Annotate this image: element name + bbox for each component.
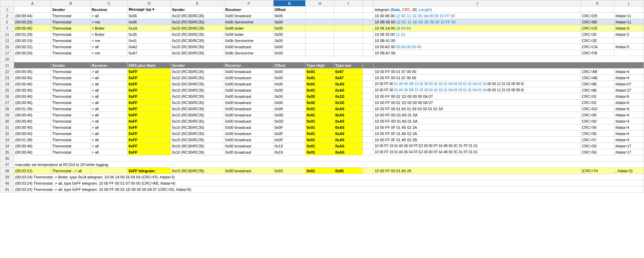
cell-A24[interactable]: (00:00:46) bbox=[14, 81, 51, 87]
cell-J25[interactable]: 10 00 FF 00 01 A5 00 DB 23 26 28 00 26 1… bbox=[374, 87, 581, 93]
cell-A31[interactable]: (00:00:40) bbox=[14, 124, 51, 131]
cell-D7[interactable]: 0x1A bbox=[127, 25, 171, 31]
cell-H1[interactable] bbox=[305, 7, 334, 13]
cell-C23[interactable]: > all bbox=[90, 75, 127, 81]
cell-C29[interactable]: > all bbox=[90, 112, 127, 118]
cell-J30[interactable]: 10 00 FF 0D 01 A5 01 5A bbox=[374, 118, 581, 124]
cell-B33[interactable]: Thermostat bbox=[51, 137, 91, 143]
cell-I33[interactable]: 0xA5 bbox=[334, 137, 362, 143]
cell-J26[interactable]: 10 00 FF 00 02 1D 00 00 00 0A 07 bbox=[374, 93, 581, 100]
cell-I12[interactable] bbox=[334, 38, 362, 44]
cell-G11[interactable]: 0x00 bbox=[273, 31, 305, 38]
cell-A1[interactable] bbox=[14, 7, 51, 13]
cell-D34[interactable]: 0xFF bbox=[127, 143, 171, 149]
cell-C7[interactable]: > Boiler bbox=[90, 25, 127, 31]
cell-H30[interactable]: 0x01 bbox=[305, 118, 334, 124]
cell-L35[interactable]: #data=17 bbox=[614, 149, 644, 155]
cell-L38[interactable]: , #data=3) bbox=[614, 168, 644, 174]
cell-E17[interactable]: 0x10 (RC30/RC35) bbox=[171, 50, 224, 56]
cell-E33[interactable]: 0x10 (RC30/RC35) bbox=[171, 137, 224, 143]
cell-J31[interactable]: 10 00 FF 0F 01 A5 02 2A bbox=[374, 124, 581, 131]
cell-F2[interactable]: 0x00 broadcast bbox=[224, 13, 273, 19]
cell-G34[interactable]: 0x19 bbox=[273, 143, 305, 149]
cell-A38[interactable]: (00:03:22) bbox=[14, 168, 51, 174]
cell-F33[interactable]: 0x00 broadcast bbox=[224, 137, 273, 143]
cell-A17[interactable]: (00:00:20) bbox=[14, 50, 51, 56]
cell-G32[interactable]: 0x0F bbox=[273, 131, 305, 137]
cell-G26[interactable]: 0x00 bbox=[273, 93, 305, 100]
cell-I5[interactable] bbox=[334, 19, 362, 25]
cell-G29[interactable]: 0x0D bbox=[273, 112, 305, 118]
cell-G15[interactable]: 0x00 bbox=[273, 44, 305, 50]
cell-G5[interactable]: 0x00 bbox=[273, 19, 305, 25]
cell-J12[interactable]: 10 0B 41 00 bbox=[374, 38, 581, 44]
cell-D22[interactable]: 0xFF bbox=[127, 69, 171, 75]
cell-F12[interactable]: 0x0b Service/me bbox=[224, 38, 273, 44]
col-G[interactable]: G bbox=[273, 0, 305, 7]
cell-F22[interactable]: 0x00 broadcast bbox=[224, 69, 273, 75]
cell-B1[interactable]: Sender bbox=[51, 7, 91, 13]
cell-K33[interactable]: CRC=57 bbox=[581, 137, 614, 143]
cell-F17[interactable]: 0x0b Service/me bbox=[224, 50, 273, 56]
cell-L33[interactable]: #data=4 bbox=[614, 137, 644, 143]
cell-I32[interactable]: 0xA5 bbox=[334, 131, 362, 137]
cell-F32[interactable]: 0x00 broadcast bbox=[224, 131, 273, 137]
cell-B5[interactable]: Thermostat bbox=[51, 19, 91, 25]
col-K[interactable]: K bbox=[581, 0, 614, 7]
cell-J7[interactable]: 10 08 1A 00 28 64 64 bbox=[374, 25, 581, 31]
cell-K25[interactable]: CRC=8E bbox=[581, 87, 614, 93]
cell-D27[interactable]: 0xFF bbox=[127, 100, 171, 106]
cell-G31[interactable]: 0x0F bbox=[273, 124, 305, 131]
cell-C12[interactable]: > me bbox=[90, 38, 127, 44]
cell-H35[interactable]: 0x01 bbox=[305, 149, 334, 155]
cell-K38[interactable]: (CRC=74 bbox=[581, 168, 614, 174]
cell-K1[interactable] bbox=[581, 7, 614, 13]
cell-A23[interactable]: (00:00:45) bbox=[14, 75, 51, 81]
cell-A12[interactable]: (00:00:19) bbox=[14, 38, 51, 44]
cell-H24[interactable]: 0x01 bbox=[305, 81, 334, 87]
cell-C35[interactable]: > all bbox=[90, 149, 127, 155]
col-B[interactable]: B bbox=[51, 0, 91, 7]
cell-L23[interactable]: #data=4 bbox=[614, 75, 644, 81]
cell-B12[interactable]: Thermostat bbox=[51, 38, 91, 44]
cell-B24[interactable]: Thermostat bbox=[51, 81, 91, 87]
cell-B35[interactable]: Thermostat bbox=[51, 149, 91, 155]
col-F[interactable]: F bbox=[224, 0, 273, 7]
cell-C34[interactable]: > all bbox=[90, 143, 127, 149]
cell-F23[interactable]: 0x00 broadcast bbox=[224, 75, 273, 81]
cell-J22[interactable]: 10 00 FF 00 01 67 00 00 bbox=[374, 69, 581, 75]
cell-E31[interactable]: 0x10 (RC30/RC35) bbox=[171, 124, 224, 131]
cell-J15[interactable]: 10 00 A2 00 00 00 00 00 00 bbox=[374, 44, 581, 50]
cell-I2[interactable] bbox=[334, 13, 362, 19]
cell-C15[interactable]: > all bbox=[90, 44, 127, 50]
col-L[interactable]: L bbox=[614, 0, 644, 7]
cell-F5[interactable]: 0x0b Service/me bbox=[224, 19, 273, 25]
col-J[interactable]: J bbox=[374, 0, 581, 7]
cell-G1[interactable]: Offset bbox=[273, 7, 305, 13]
cell-A26[interactable]: (00:00:46) bbox=[14, 93, 51, 100]
cell-F38[interactable]: 0x00 broadcast bbox=[224, 168, 273, 174]
cell-C24[interactable]: > all bbox=[90, 81, 127, 87]
cell-G23[interactable]: 0x00 bbox=[273, 75, 305, 81]
cell-D33[interactable]: 0xFF bbox=[127, 137, 171, 143]
cell-E5[interactable]: 0x10 (RC30/RC35) bbox=[171, 19, 224, 25]
cell-L7[interactable]: #data=3 bbox=[614, 25, 644, 31]
cell-G28[interactable]: 0x08 bbox=[273, 106, 305, 112]
cell-L2[interactable]: #data=11 bbox=[614, 13, 644, 19]
cell-F7[interactable]: 0x08 boiler bbox=[224, 25, 273, 31]
cell-E12[interactable]: 0x10 (RC30/RC35) bbox=[171, 38, 224, 44]
cell-A30[interactable]: (00:00:40) bbox=[14, 118, 51, 124]
cell-C22[interactable]: > all bbox=[90, 69, 127, 75]
cell-A5[interactable]: (00:00:20) bbox=[14, 19, 51, 25]
cell-L30[interactable]: #data=4 bbox=[614, 118, 644, 124]
cell-J33[interactable]: 10 00 FF 0F 01 A5 02 2B bbox=[374, 137, 581, 143]
col-H[interactable]: H bbox=[305, 0, 334, 7]
cell-H7[interactable] bbox=[305, 25, 334, 31]
cell-J11[interactable]: 10 08 35 00 11 01 bbox=[374, 31, 581, 38]
cell-E11[interactable]: 0x10 (RC30/RC35) bbox=[171, 31, 224, 38]
cell-C25[interactable]: > all bbox=[90, 87, 127, 93]
cell-D23[interactable]: 0xFF bbox=[127, 75, 171, 81]
cell-F28[interactable]: 0x00 broadcast bbox=[224, 106, 273, 112]
cell-L11[interactable]: #data=2 bbox=[614, 31, 644, 38]
cell-I38[interactable]: 0x05 bbox=[334, 168, 362, 174]
